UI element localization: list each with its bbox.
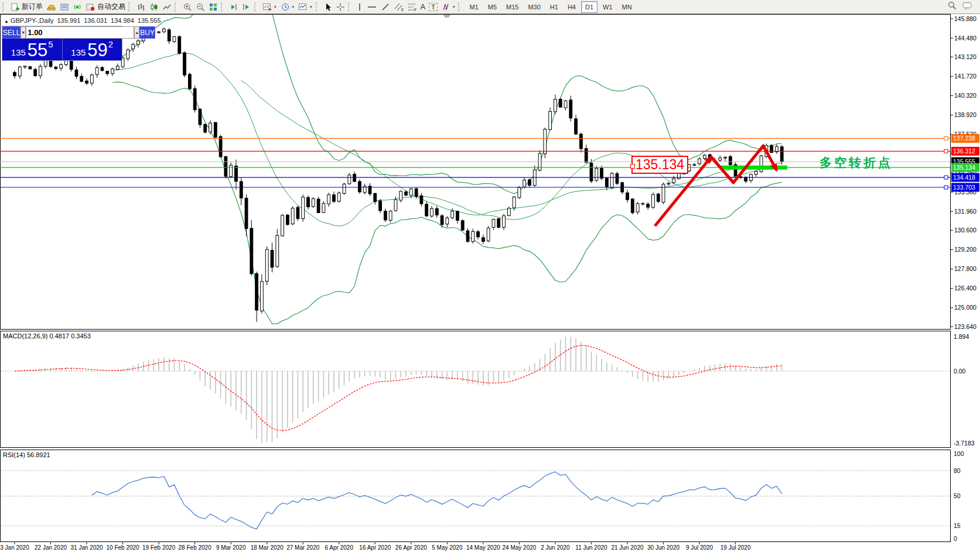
cursor-icon	[324, 2, 332, 12]
toolbar-grip	[2, 2, 6, 12]
sell-price-pips: 55	[28, 40, 47, 60]
zoom-out-button[interactable]	[194, 1, 207, 13]
toolbar-grip	[221, 2, 225, 12]
timeframe-button-H1[interactable]: H1	[546, 1, 562, 13]
sell-price-display[interactable]: 135 55 5	[2, 39, 62, 60]
price-callout-box[interactable]: 135.134	[631, 156, 688, 174]
price-badge-label: 137.238	[953, 135, 975, 142]
date-label: 11 Jun 2020	[575, 544, 607, 551]
bar-chart-button[interactable]	[135, 1, 148, 13]
trendline-tool-button[interactable]	[379, 1, 392, 13]
timeframe-button-M15[interactable]: M15	[502, 1, 523, 13]
equidistant-channel-tool-button[interactable]: E	[392, 1, 405, 13]
text-tool-button[interactable]: A	[419, 1, 428, 13]
periods-button[interactable]: ▾	[279, 1, 297, 13]
timeframe-button-M5[interactable]: M5	[484, 1, 501, 13]
chart-header: ▲GBPJPY-,Daily135.991136.031134.984135.5…	[4, 17, 165, 24]
toolbar-grip	[128, 2, 132, 12]
price-tick-label: 123.640	[954, 323, 976, 330]
vertical-line-tool-button[interactable]	[354, 1, 365, 13]
volume-decrease-button[interactable]: ▼	[21, 26, 26, 39]
price-tick-label: 145.880	[954, 15, 976, 22]
callout-handle[interactable]	[630, 164, 635, 169]
clock-icon	[281, 2, 290, 12]
autotrade-button[interactable]: 自动交易	[84, 1, 127, 13]
sell-price-figure: 135	[11, 47, 26, 60]
svg-text:F: F	[414, 8, 416, 12]
zoom-in-button[interactable]	[181, 1, 194, 13]
text-label-tool-button[interactable]: T	[427, 1, 439, 13]
rsi-label: RSI(14) 56.8921	[3, 451, 50, 458]
date-label: 9 Jul 2020	[686, 544, 713, 551]
channel-icon: E	[394, 2, 404, 12]
hline-handle[interactable]	[944, 176, 948, 179]
rsi-axis-label: 100	[954, 450, 964, 457]
timeframe-button-H4[interactable]: H4	[564, 1, 580, 13]
hline-handle[interactable]	[944, 186, 948, 189]
sell-button[interactable]: SELL	[2, 26, 21, 39]
crosshair-tool-button[interactable]	[334, 1, 347, 13]
ohlc-low: 134.984	[111, 17, 134, 24]
arrows-tool-button[interactable]: ▾	[439, 1, 457, 13]
hline-handle[interactable]	[944, 136, 948, 140]
search-icon[interactable]	[947, 1, 957, 13]
indicators-icon	[262, 2, 272, 12]
indicators-dropdown-arrow[interactable]: ▾	[274, 5, 277, 9]
trendline-icon	[381, 2, 390, 12]
timeframe-button-D1[interactable]: D1	[581, 1, 597, 13]
date-label: 14 May 2020	[466, 544, 500, 551]
price-tick-label: 143.120	[954, 53, 976, 60]
periods-dropdown-arrow[interactable]: ▾	[292, 5, 295, 9]
volume-input[interactable]	[26, 26, 134, 39]
market-watch-button[interactable]	[58, 1, 71, 13]
fibonacci-tool-button[interactable]: F	[405, 1, 419, 13]
arrows-icon	[441, 2, 450, 12]
main-toolbar: 新订单 自动交易	[0, 0, 980, 14]
tile-windows-button[interactable]	[207, 1, 220, 13]
cursor-tool-button[interactable]	[322, 1, 334, 13]
timeframe-button-M1[interactable]: M1	[465, 1, 482, 13]
horizontal-line-tool-button[interactable]	[365, 1, 379, 13]
turning-point-note[interactable]: 多空转折点	[819, 155, 893, 171]
buy-price-display[interactable]: 135 59 2	[62, 39, 122, 60]
rsi-panel[interactable]	[1, 450, 951, 542]
signal-button[interactable]	[71, 1, 84, 13]
crosshair-icon	[336, 2, 345, 12]
hline-handle[interactable]	[944, 149, 948, 153]
price-tick-label: 127.800	[954, 265, 976, 272]
price-tick-label: 125.000	[954, 304, 976, 311]
templates-button[interactable]: ▾	[296, 1, 315, 13]
chart-shift-button[interactable]	[227, 1, 240, 13]
indicators-button[interactable]: ▾	[261, 1, 279, 13]
timeframe-button-M30[interactable]: M30	[524, 1, 544, 13]
date-label: 5 May 2020	[432, 544, 463, 551]
text-tool-icon: A	[421, 2, 426, 11]
volume-increase-button[interactable]: ▲	[134, 26, 139, 39]
fibonacci-icon: F	[407, 2, 417, 12]
macd-panel[interactable]	[1, 331, 951, 448]
price-tick-label: 126.400	[954, 284, 976, 292]
arrows-dropdown-arrow[interactable]: ▾	[452, 5, 456, 9]
gold-button[interactable]	[45, 1, 58, 13]
toolbar-grip	[254, 2, 258, 12]
price-tick-label: 141.720	[954, 73, 976, 80]
bar-chart-icon	[136, 2, 146, 12]
price-tick-label: 138.920	[954, 111, 976, 118]
buy-button[interactable]: BUY	[139, 26, 155, 39]
ohlc-high: 136.031	[84, 17, 107, 24]
new-order-button[interactable]: 新订单	[9, 1, 45, 13]
auto-scroll-button[interactable]	[240, 1, 253, 13]
line-chart-button[interactable]	[161, 1, 173, 13]
candlestick-chart-button[interactable]	[148, 1, 161, 13]
templates-icon	[298, 2, 308, 12]
templates-dropdown-arrow[interactable]: ▾	[309, 5, 313, 9]
signal-icon	[73, 2, 82, 12]
vertical-line-icon	[356, 2, 363, 12]
main-chart-panel[interactable]	[1, 15, 951, 330]
timeframe-button-MN[interactable]: MN	[618, 1, 636, 13]
ohlc-close: 135.555	[138, 17, 161, 24]
collapse-arrow-icon[interactable]: ▲	[4, 19, 9, 24]
price-chart-canvas[interactable]: 145.880144.480143.120141.720140.320138.9…	[0, 14, 980, 552]
chat-icon[interactable]	[962, 1, 973, 13]
timeframe-button-W1[interactable]: W1	[599, 1, 617, 13]
